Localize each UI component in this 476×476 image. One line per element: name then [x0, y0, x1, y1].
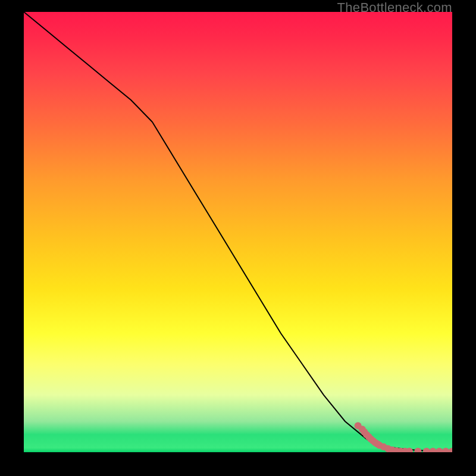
data-point — [430, 448, 437, 452]
chart-dots — [355, 422, 452, 452]
data-point — [442, 448, 449, 452]
data-point — [414, 448, 421, 452]
chart-overlay — [24, 12, 452, 452]
data-point — [423, 448, 430, 452]
data-point — [449, 448, 452, 452]
data-point — [436, 448, 443, 452]
chart-stage: TheBottleneck.com — [0, 0, 476, 476]
chart-curve — [24, 12, 452, 452]
